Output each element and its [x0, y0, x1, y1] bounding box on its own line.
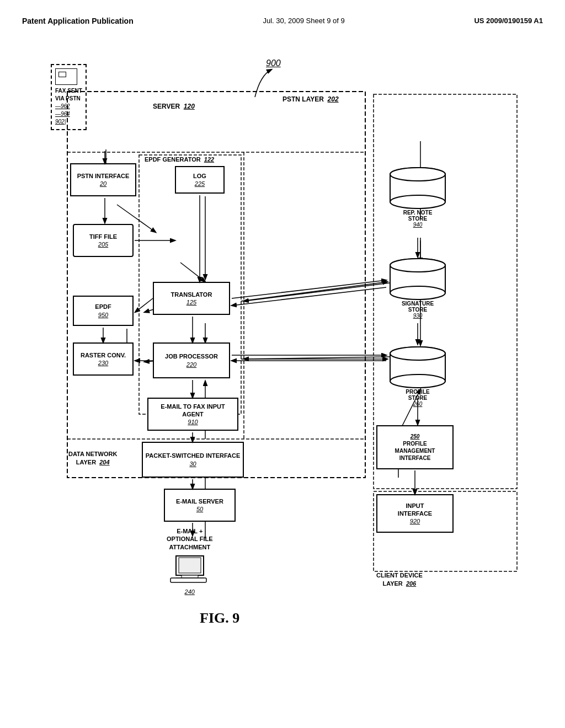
svg-line-63	[232, 280, 386, 298]
log-box: LOG 225	[175, 166, 225, 194]
svg-point-40	[390, 168, 445, 181]
job-processor-box: JOB PROCESSOR 220	[153, 342, 230, 378]
page: Patent Application Publication Jul. 30, …	[0, 0, 565, 728]
header-right: US 2009/0190159 A1	[474, 17, 543, 25]
figure-caption: FIG. 9	[200, 610, 239, 627]
client-device-label: CLIENT DEVICELAYER 206	[376, 571, 423, 588]
svg-line-54	[135, 298, 153, 312]
pstn-layer-label: PSTN LAYER 202	[282, 95, 339, 103]
diagram-ref: 900	[266, 58, 281, 68]
fax-sent-box: FAX SENTVIA PSTN —962 —964 902|	[51, 64, 87, 130]
svg-line-30	[241, 282, 387, 301]
svg-line-7	[180, 263, 205, 282]
profile-store-ref: 260	[387, 401, 448, 407]
email-server-box: E-MAIL SERVER 50	[164, 489, 236, 522]
fax-962: —962	[55, 103, 82, 110]
signature-store-area: SIGNATURESTORE 930	[387, 257, 448, 319]
computer-ref: 240	[167, 588, 213, 595]
svg-point-43	[390, 286, 445, 299]
rep-note-label: REP. NOTESTORE	[387, 210, 448, 222]
raster-conv-box: RASTER CONV. 230	[73, 342, 134, 376]
profile-store-label: PROFILESTORE	[387, 389, 448, 401]
header-left: Patent Application Publication	[22, 17, 134, 25]
computer-svg	[168, 553, 212, 586]
rep-note-store-area: REP. NOTESTORE 940	[387, 166, 448, 228]
profile-mgmt-box: 250PROFILEMANAGEMENTINTERFACE	[376, 425, 454, 469]
svg-rect-33	[179, 558, 201, 573]
fax-sent-label: FAX SENTVIA PSTN	[55, 87, 82, 103]
svg-point-48	[390, 347, 445, 360]
pstn-interface-box: PSTN INTERFACE 20	[70, 163, 136, 196]
rep-note-cylinder	[387, 166, 448, 210]
input-interface-box: INPUTINTERFACE 920	[376, 494, 454, 533]
packet-switched-box: PACKET-SWITCHED INTERFACE 30	[142, 442, 244, 478]
epdf-box: EPDF 950	[73, 296, 134, 326]
computer-area: E-MAIL +OPTIONAL FILEATTACHMENT 240	[167, 527, 213, 595]
profile-store-area: PROFILESTORE 260	[387, 345, 448, 407]
svg-point-47	[390, 374, 445, 388]
email-attachment-label: E-MAIL +OPTIONAL FILEATTACHMENT	[167, 527, 213, 551]
header-center: Jul. 30, 2009 Sheet 9 of 9	[263, 17, 344, 25]
svg-point-44	[390, 259, 445, 272]
tiff-file-box: TIFF FILE 205	[73, 224, 134, 257]
epdf-generator-label: EPDF GENERATOR 122	[145, 156, 214, 163]
svg-point-39	[390, 195, 445, 208]
curve-arrow-svg	[227, 69, 282, 103]
svg-line-64	[232, 287, 386, 306]
signature-store-label: SIGNATURESTORE	[387, 301, 448, 313]
translator-box: TRANSLATOR 125	[153, 282, 230, 315]
page-header: Patent Application Publication Jul. 30, …	[22, 11, 543, 36]
signature-ref: 930	[387, 313, 448, 319]
fax-964: —964	[55, 110, 82, 118]
rep-note-ref: 940	[387, 222, 448, 228]
profile-cylinder	[387, 345, 448, 389]
svg-rect-36	[170, 578, 206, 582]
data-network-label: DATA NETWORKLAYER 204	[68, 450, 117, 467]
signature-cylinder	[387, 257, 448, 301]
server-label: SERVER 120	[153, 103, 195, 110]
diagram-area: 900 FAX SENTVIA PSTN —962 —964 902| PSTN…	[34, 42, 531, 649]
email-fax-agent-box: E-MAIL TO FAX INPUT AGENT 910	[147, 398, 238, 431]
fax-902: 902|	[55, 118, 82, 126]
